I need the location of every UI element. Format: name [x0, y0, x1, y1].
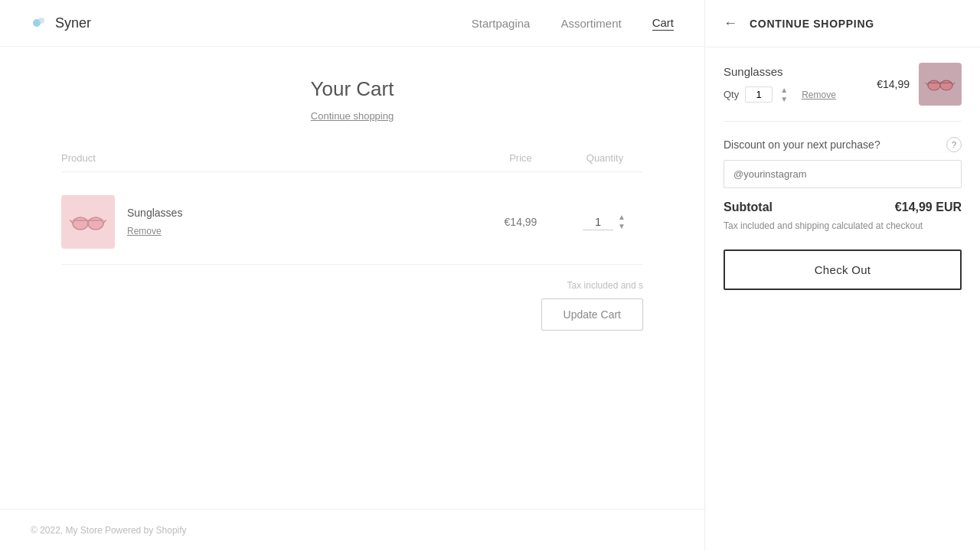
panel-item-qty: Qty ▲ ▼ Remove — [724, 86, 867, 104]
tax-note: Tax included and s — [61, 280, 643, 291]
item-details: Sunglasses Remove — [127, 207, 182, 237]
col-quantity-header: Quantity — [567, 152, 643, 164]
cart-table-header: Product Price Quantity — [61, 145, 643, 172]
item-remove-link[interactable]: Remove — [127, 226, 162, 236]
cart-content: Your Cart Continue shopping Product Pric… — [0, 47, 704, 509]
table-row: Sunglasses Remove €14,99 ▲ ▼ — [61, 180, 643, 265]
svg-point-6 — [928, 80, 940, 90]
svg-point-7 — [940, 80, 952, 90]
panel-title: CONTINUE SHOPPING — [750, 18, 874, 30]
panel-qty-up-button[interactable]: ▲ — [779, 86, 789, 95]
panel-item: Sunglasses Qty ▲ ▼ Remove €14,99 — [724, 63, 962, 106]
panel-item-name: Sunglasses — [724, 65, 867, 78]
item-quantity: ▲ ▼ — [567, 213, 643, 231]
panel-item-image — [919, 63, 962, 106]
svg-point-1 — [38, 18, 44, 24]
discount-input[interactable] — [724, 160, 962, 188]
svg-point-2 — [73, 217, 88, 230]
logo: Syner — [31, 14, 91, 32]
logo-icon — [31, 14, 49, 32]
qty-down-button[interactable]: ▼ — [616, 222, 627, 231]
tax-shipping-note: Tax included and shipping calculated at … — [724, 220, 962, 231]
panel-qty-stepper: ▲ ▼ — [779, 86, 789, 104]
cart-title: Your Cart — [61, 77, 643, 101]
panel-qty-down-button[interactable]: ▼ — [779, 95, 789, 104]
footer-text: © 2022, My Store Powered by Shopify — [31, 525, 187, 536]
item-name: Sunglasses — [127, 207, 182, 219]
continue-shopping-link[interactable]: Continue shopping — [61, 110, 643, 122]
discount-label-row: Discount on your next purchase? ? — [724, 137, 962, 152]
main-nav: Startpagina Assortiment Cart — [472, 16, 674, 31]
item-product: Sunglasses Remove — [61, 195, 475, 249]
panel-sunglasses-icon — [925, 72, 956, 96]
qty-up-button[interactable]: ▲ — [616, 213, 627, 222]
col-product-header: Product — [61, 152, 475, 164]
header: Syner Startpagina Assortiment Cart — [0, 0, 704, 47]
panel-remove-link[interactable]: Remove — [802, 90, 836, 100]
svg-point-3 — [88, 217, 103, 230]
sunglasses-icon — [69, 207, 107, 237]
back-arrow-icon[interactable]: ← — [724, 15, 737, 31]
discount-help-icon[interactable]: ? — [946, 137, 962, 152]
subtotal-label: Subtotal — [724, 201, 773, 214]
nav-assortiment[interactable]: Assortiment — [560, 17, 621, 30]
item-image — [61, 195, 115, 249]
item-price: €14,99 — [475, 216, 567, 228]
discount-section: Discount on your next purchase? ? Subtot… — [724, 121, 962, 290]
right-panel: ← CONTINUE SHOPPING Sunglasses Qty ▲ ▼ R… — [704, 0, 980, 551]
main-page: Syner Startpagina Assortiment Cart Your … — [0, 0, 704, 551]
nav-startpagina[interactable]: Startpagina — [472, 17, 531, 30]
panel-item-info: Sunglasses Qty ▲ ▼ Remove — [724, 65, 867, 104]
logo-text: Syner — [55, 15, 91, 31]
nav-cart[interactable]: Cart — [652, 16, 674, 31]
page-footer: © 2022, My Store Powered by Shopify — [0, 509, 704, 551]
update-cart-button[interactable]: Update Cart — [541, 298, 643, 331]
discount-label: Discount on your next purchase? — [724, 139, 880, 151]
qty-label: Qty — [724, 89, 739, 100]
quantity-input[interactable] — [583, 214, 613, 230]
subtotal-row: Subtotal €14,99 EUR — [724, 201, 962, 214]
cart-footer: Tax included and s Update Cart — [61, 280, 643, 331]
panel-item-price: €14,99 — [877, 78, 910, 90]
panel-body: Sunglasses Qty ▲ ▼ Remove €14,99 — [705, 47, 980, 551]
panel-header: ← CONTINUE SHOPPING — [705, 0, 980, 47]
quantity-stepper: ▲ ▼ — [616, 213, 627, 231]
col-price-header: Price — [475, 152, 567, 164]
panel-quantity-input[interactable] — [745, 86, 773, 103]
subtotal-value: €14,99 EUR — [895, 201, 962, 214]
checkout-button[interactable]: Check Out — [724, 249, 962, 290]
